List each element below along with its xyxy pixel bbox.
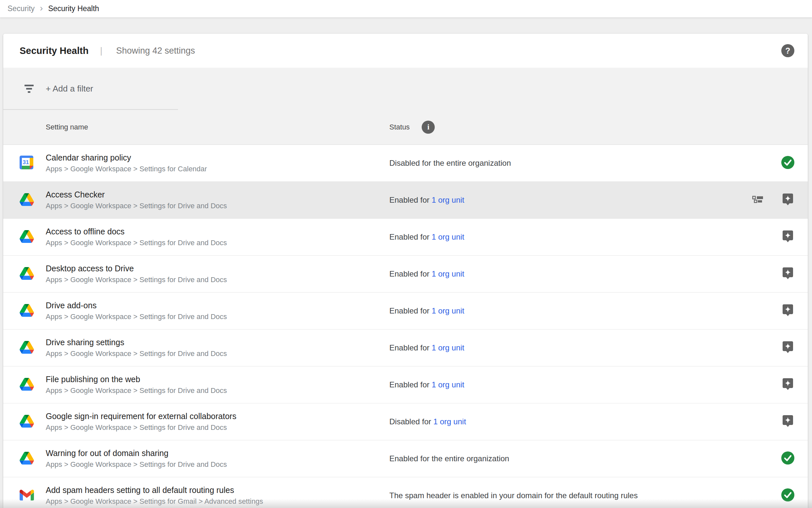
org-unit-link[interactable]: 1 org unit <box>431 232 464 241</box>
setting-path: Apps > Google Workspace > Settings for D… <box>46 313 376 321</box>
setting-path: Apps > Google Workspace > Settings for D… <box>46 202 376 210</box>
recommendation-badge-icon[interactable] <box>782 415 794 429</box>
settings-table: 31 Calendar sharing policyApps > Google … <box>3 145 808 508</box>
app-icon-cell <box>3 490 46 502</box>
app-icon-cell <box>3 378 46 392</box>
drive-icon <box>19 452 34 466</box>
org-unit-link[interactable]: 1 org unit <box>431 269 464 278</box>
status-text: The spam header is enabled in your domai… <box>389 491 637 500</box>
setting-status: Enabled for 1 org unit <box>389 306 745 315</box>
setting-status: Enabled for 1 org unit <box>389 232 745 242</box>
setting-path: Apps > Google Workspace > Settings for D… <box>46 350 376 357</box>
title-divider: | <box>100 45 102 56</box>
security-health-card: Security Health | Showing 42 settings ? … <box>3 34 808 508</box>
drive-icon <box>19 341 34 355</box>
status-text: Enabled for <box>389 306 431 315</box>
status-ok-check-icon <box>781 156 795 171</box>
drive-icon <box>19 230 34 244</box>
org-unit-link[interactable]: 1 org unit <box>431 380 464 389</box>
status-text: Disabled for the entire organization <box>389 159 511 167</box>
recommendation-badge-icon[interactable] <box>782 378 794 392</box>
org-unit-link[interactable]: 1 org unit <box>431 343 464 352</box>
setting-name: Desktop access to Drive <box>46 264 376 273</box>
svg-text:31: 31 <box>23 159 29 165</box>
setting-path: Apps > Google Workspace > Settings for D… <box>46 424 376 431</box>
add-filter-button[interactable]: + Add a filter <box>46 84 93 94</box>
app-icon-cell <box>3 230 46 244</box>
status-text: Enabled for <box>389 232 431 241</box>
table-row[interactable]: 31 Calendar sharing policyApps > Google … <box>3 145 808 182</box>
app-icon-cell <box>3 193 46 207</box>
table-header: Setting name Status i <box>3 110 808 145</box>
setting-status: Enabled for the entire organization <box>389 454 745 463</box>
setting-path: Apps > Google Workspace > Settings for G… <box>46 498 376 505</box>
filter-bar: + Add a filter <box>3 68 808 110</box>
breadcrumb-item-security[interactable]: Security <box>7 4 35 13</box>
recommendation-badge-icon[interactable] <box>782 304 794 318</box>
table-row[interactable]: Add spam headers setting to all default … <box>3 477 808 508</box>
recommendation-badge-icon[interactable] <box>782 341 794 355</box>
drive-icon <box>19 193 34 207</box>
table-row[interactable]: Google sign-in requirement for external … <box>3 404 808 440</box>
table-row[interactable]: File publishing on the webApps > Google … <box>3 367 808 404</box>
app-icon-cell: 31 <box>3 156 46 171</box>
page-title: Security Health <box>19 45 89 56</box>
status-text: Enabled for <box>389 380 431 389</box>
calendar-icon: 31 <box>19 156 33 171</box>
status-text: Enabled for <box>389 269 431 278</box>
status-text: Enabled for <box>389 343 431 352</box>
setting-name: Drive sharing settings <box>46 338 376 347</box>
info-icon[interactable]: i <box>422 121 435 134</box>
setting-name: Access to offline docs <box>46 227 376 236</box>
setting-status: Disabled for 1 org unit <box>389 417 745 426</box>
gmail-icon <box>19 490 34 502</box>
setting-name: File publishing on the web <box>46 375 376 384</box>
setting-name: Calendar sharing policy <box>46 153 376 163</box>
setting-path: Apps > Google Workspace > Settings for D… <box>46 387 376 394</box>
app-icon-cell <box>3 415 46 429</box>
filter-list-icon <box>25 85 34 93</box>
help-icon[interactable]: ? <box>781 44 794 57</box>
filter-divider <box>3 109 178 110</box>
drive-icon <box>19 304 34 318</box>
setting-path: Apps > Google Workspace > Settings for D… <box>46 239 376 247</box>
page-body: Security Health | Showing 42 settings ? … <box>0 17 812 508</box>
table-row[interactable]: Desktop access to DriveApps > Google Wor… <box>3 256 808 293</box>
app-icon-cell <box>3 452 46 466</box>
org-unit-rule-icon[interactable] <box>752 196 763 205</box>
recommendation-badge-icon[interactable] <box>782 193 794 207</box>
status-text: Enabled for the entire organization <box>389 454 509 463</box>
table-row[interactable]: Warning for out of domain sharingApps > … <box>3 440 808 477</box>
org-unit-link[interactable]: 1 org unit <box>431 306 464 315</box>
recommendation-badge-icon[interactable] <box>782 230 794 244</box>
table-row[interactable]: Access CheckerApps > Google Workspace > … <box>3 182 808 219</box>
setting-status: The spam header is enabled in your domai… <box>389 491 745 500</box>
setting-status: Enabled for 1 org unit <box>389 343 745 352</box>
breadcrumb-item-security-health: Security Health <box>48 4 99 13</box>
setting-name: Warning for out of domain sharing <box>46 449 376 458</box>
setting-status: Enabled for 1 org unit <box>389 196 745 205</box>
recommendation-badge-icon[interactable] <box>782 267 794 281</box>
breadcrumb: Security › Security Health <box>0 0 812 17</box>
setting-status: Enabled for 1 org unit <box>389 269 745 279</box>
org-unit-link[interactable]: 1 org unit <box>431 196 464 204</box>
setting-path: Apps > Google Workspace > Settings for C… <box>46 165 376 173</box>
status-ok-check-icon <box>781 488 795 503</box>
setting-path: Apps > Google Workspace > Settings for D… <box>46 461 376 468</box>
org-unit-link[interactable]: 1 org unit <box>433 417 466 426</box>
setting-path: Apps > Google Workspace > Settings for D… <box>46 276 376 284</box>
setting-status: Enabled for 1 org unit <box>389 380 745 389</box>
status-text: Disabled for <box>389 417 433 426</box>
app-icon-cell <box>3 304 46 318</box>
column-header-setting-name: Setting name <box>46 123 389 131</box>
table-row[interactable]: Access to offline docsApps > Google Work… <box>3 219 808 256</box>
setting-name: Access Checker <box>46 190 376 200</box>
table-row[interactable]: Drive add-onsApps > Google Workspace > S… <box>3 293 808 330</box>
setting-name: Google sign-in requirement for external … <box>46 412 376 421</box>
table-row[interactable]: Drive sharing settingsApps > Google Work… <box>3 330 808 367</box>
setting-name: Drive add-ons <box>46 301 376 310</box>
status-ok-check-icon <box>781 451 795 466</box>
drive-icon <box>19 378 34 392</box>
app-icon-cell <box>3 267 46 281</box>
card-header: Security Health | Showing 42 settings ? <box>3 34 808 68</box>
